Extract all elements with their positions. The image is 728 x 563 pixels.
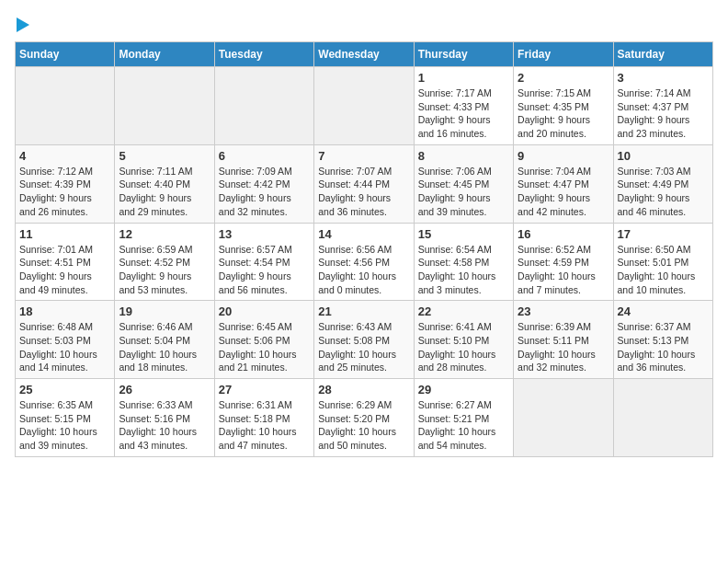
calendar-cell: 22Sunrise: 6:41 AM Sunset: 5:10 PM Dayli… xyxy=(414,301,513,379)
day-info: Sunrise: 7:12 AM Sunset: 4:39 PM Dayligh… xyxy=(19,165,110,219)
calendar-cell: 8Sunrise: 7:06 AM Sunset: 4:45 PM Daylig… xyxy=(414,144,513,223)
day-info: Sunrise: 7:14 AM Sunset: 4:37 PM Dayligh… xyxy=(618,86,709,141)
day-number: 18 xyxy=(19,304,110,318)
day-info: Sunrise: 6:39 AM Sunset: 5:11 PM Dayligh… xyxy=(518,320,609,374)
calendar-cell: 14Sunrise: 6:56 AM Sunset: 4:56 PM Dayli… xyxy=(314,223,414,301)
calendar-cell: 25Sunrise: 6:35 AM Sunset: 5:15 PM Dayli… xyxy=(16,379,115,457)
calendar-week-4: 18Sunrise: 6:48 AM Sunset: 5:03 PM Dayli… xyxy=(16,301,713,379)
day-number: 28 xyxy=(318,383,409,396)
calendar-cell: 6Sunrise: 7:09 AM Sunset: 4:42 PM Daylig… xyxy=(214,144,313,223)
calendar-cell: 21Sunrise: 6:43 AM Sunset: 5:08 PM Dayli… xyxy=(314,301,414,379)
calendar-cell: 24Sunrise: 6:37 AM Sunset: 5:13 PM Dayli… xyxy=(613,301,712,379)
day-info: Sunrise: 6:37 AM Sunset: 5:13 PM Dayligh… xyxy=(618,320,709,374)
calendar-cell xyxy=(314,67,414,145)
day-info: Sunrise: 7:03 AM Sunset: 4:49 PM Dayligh… xyxy=(618,165,709,219)
day-number: 17 xyxy=(618,227,709,241)
calendar-cell: 29Sunrise: 6:27 AM Sunset: 5:21 PM Dayli… xyxy=(414,379,513,457)
day-number: 1 xyxy=(418,71,509,85)
calendar-cell xyxy=(115,67,214,145)
header-wednesday: Wednesday xyxy=(314,42,414,67)
calendar-week-3: 11Sunrise: 7:01 AM Sunset: 4:51 PM Dayli… xyxy=(16,223,713,301)
calendar-cell xyxy=(613,379,712,457)
day-info: Sunrise: 6:50 AM Sunset: 5:01 PM Dayligh… xyxy=(618,243,709,297)
day-number: 21 xyxy=(318,304,409,318)
day-info: Sunrise: 6:29 AM Sunset: 5:20 PM Dayligh… xyxy=(318,398,409,453)
calendar-cell xyxy=(214,67,313,145)
day-number: 19 xyxy=(119,304,210,318)
day-number: 14 xyxy=(318,227,409,241)
calendar-cell: 9Sunrise: 7:04 AM Sunset: 4:47 PM Daylig… xyxy=(514,144,613,223)
calendar-cell: 19Sunrise: 6:46 AM Sunset: 5:04 PM Dayli… xyxy=(115,301,214,379)
day-number: 29 xyxy=(418,383,509,396)
day-number: 22 xyxy=(418,304,509,318)
day-info: Sunrise: 6:59 AM Sunset: 4:52 PM Dayligh… xyxy=(119,243,210,297)
page-header xyxy=(15,15,713,34)
calendar-cell: 12Sunrise: 6:59 AM Sunset: 4:52 PM Dayli… xyxy=(115,223,214,301)
day-number: 25 xyxy=(19,383,110,396)
calendar-cell: 4Sunrise: 7:12 AM Sunset: 4:39 PM Daylig… xyxy=(16,144,115,223)
calendar-header-row: SundayMondayTuesdayWednesdayThursdayFrid… xyxy=(16,42,713,67)
day-info: Sunrise: 6:46 AM Sunset: 5:04 PM Dayligh… xyxy=(119,320,210,374)
day-number: 11 xyxy=(19,227,110,241)
day-number: 13 xyxy=(219,227,310,241)
calendar-week-1: 1Sunrise: 7:17 AM Sunset: 4:33 PM Daylig… xyxy=(16,67,713,145)
day-info: Sunrise: 6:45 AM Sunset: 5:06 PM Dayligh… xyxy=(219,320,310,374)
day-info: Sunrise: 7:15 AM Sunset: 4:35 PM Dayligh… xyxy=(518,86,609,141)
logo-arrow-icon xyxy=(17,17,29,32)
day-number: 15 xyxy=(418,227,509,241)
day-info: Sunrise: 6:52 AM Sunset: 4:59 PM Dayligh… xyxy=(518,243,609,297)
calendar-cell: 15Sunrise: 6:54 AM Sunset: 4:58 PM Dayli… xyxy=(414,223,513,301)
logo-general xyxy=(15,15,29,34)
day-info: Sunrise: 6:48 AM Sunset: 5:03 PM Dayligh… xyxy=(19,320,110,374)
calendar-cell: 23Sunrise: 6:39 AM Sunset: 5:11 PM Dayli… xyxy=(514,301,613,379)
day-info: Sunrise: 6:33 AM Sunset: 5:16 PM Dayligh… xyxy=(119,398,210,453)
day-number: 8 xyxy=(418,149,509,163)
calendar-cell: 10Sunrise: 7:03 AM Sunset: 4:49 PM Dayli… xyxy=(613,144,712,223)
day-info: Sunrise: 6:57 AM Sunset: 4:54 PM Dayligh… xyxy=(219,243,310,297)
calendar-cell: 7Sunrise: 7:07 AM Sunset: 4:44 PM Daylig… xyxy=(314,144,414,223)
calendar-cell: 2Sunrise: 7:15 AM Sunset: 4:35 PM Daylig… xyxy=(514,67,613,145)
day-number: 20 xyxy=(219,304,310,318)
day-info: Sunrise: 6:43 AM Sunset: 5:08 PM Dayligh… xyxy=(318,320,409,374)
header-saturday: Saturday xyxy=(613,42,712,67)
day-number: 24 xyxy=(618,304,709,318)
day-info: Sunrise: 6:31 AM Sunset: 5:18 PM Dayligh… xyxy=(219,398,310,453)
day-info: Sunrise: 7:01 AM Sunset: 4:51 PM Dayligh… xyxy=(19,243,110,297)
day-info: Sunrise: 7:06 AM Sunset: 4:45 PM Dayligh… xyxy=(418,165,509,219)
calendar-cell: 5Sunrise: 7:11 AM Sunset: 4:40 PM Daylig… xyxy=(115,144,214,223)
calendar-cell: 1Sunrise: 7:17 AM Sunset: 4:33 PM Daylig… xyxy=(414,67,513,145)
day-info: Sunrise: 7:17 AM Sunset: 4:33 PM Dayligh… xyxy=(418,86,509,141)
day-number: 2 xyxy=(518,71,609,85)
calendar-cell xyxy=(514,379,613,457)
day-info: Sunrise: 7:07 AM Sunset: 4:44 PM Dayligh… xyxy=(318,165,409,219)
calendar-cell: 13Sunrise: 6:57 AM Sunset: 4:54 PM Dayli… xyxy=(214,223,313,301)
header-friday: Friday xyxy=(514,42,613,67)
calendar-week-2: 4Sunrise: 7:12 AM Sunset: 4:39 PM Daylig… xyxy=(16,144,713,223)
header-thursday: Thursday xyxy=(414,42,513,67)
day-info: Sunrise: 6:56 AM Sunset: 4:56 PM Dayligh… xyxy=(318,243,409,297)
day-info: Sunrise: 7:11 AM Sunset: 4:40 PM Dayligh… xyxy=(119,165,210,219)
calendar-cell: 26Sunrise: 6:33 AM Sunset: 5:16 PM Dayli… xyxy=(115,379,214,457)
calendar-cell: 28Sunrise: 6:29 AM Sunset: 5:20 PM Dayli… xyxy=(314,379,414,457)
day-number: 12 xyxy=(119,227,210,241)
calendar-cell: 20Sunrise: 6:45 AM Sunset: 5:06 PM Dayli… xyxy=(214,301,313,379)
day-number: 7 xyxy=(318,149,409,163)
day-info: Sunrise: 6:54 AM Sunset: 4:58 PM Dayligh… xyxy=(418,243,509,297)
day-number: 9 xyxy=(518,149,609,163)
day-number: 16 xyxy=(518,227,609,241)
day-number: 4 xyxy=(19,149,110,163)
day-info: Sunrise: 6:41 AM Sunset: 5:10 PM Dayligh… xyxy=(418,320,509,374)
calendar-cell: 3Sunrise: 7:14 AM Sunset: 4:37 PM Daylig… xyxy=(613,67,712,145)
day-number: 27 xyxy=(219,383,310,396)
header-sunday: Sunday xyxy=(16,42,115,67)
header-monday: Monday xyxy=(115,42,214,67)
calendar-week-5: 25Sunrise: 6:35 AM Sunset: 5:15 PM Dayli… xyxy=(16,379,713,457)
calendar-cell: 18Sunrise: 6:48 AM Sunset: 5:03 PM Dayli… xyxy=(16,301,115,379)
header-tuesday: Tuesday xyxy=(214,42,313,67)
day-number: 5 xyxy=(119,149,210,163)
day-number: 10 xyxy=(618,149,709,163)
calendar-cell: 11Sunrise: 7:01 AM Sunset: 4:51 PM Dayli… xyxy=(16,223,115,301)
day-info: Sunrise: 6:35 AM Sunset: 5:15 PM Dayligh… xyxy=(19,398,110,453)
calendar-cell: 17Sunrise: 6:50 AM Sunset: 5:01 PM Dayli… xyxy=(613,223,712,301)
calendar-cell: 16Sunrise: 6:52 AM Sunset: 4:59 PM Dayli… xyxy=(514,223,613,301)
